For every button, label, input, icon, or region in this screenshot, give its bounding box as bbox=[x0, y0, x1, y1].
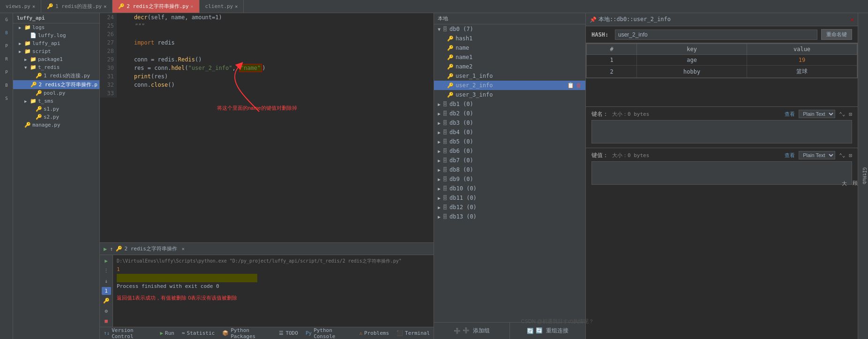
tree-item-package1[interactable]: ▶ 📁 package1 bbox=[13, 55, 99, 63]
redis-key-user2[interactable]: 🔑 user_2_info 📋 🗑 bbox=[434, 81, 585, 90]
run-redis-icon[interactable]: 🔑 bbox=[102, 297, 111, 305]
db-icon: 🗄 bbox=[442, 204, 448, 211]
tree-item-manage[interactable]: 🔑 manage.py bbox=[13, 121, 99, 129]
key-value-textarea[interactable] bbox=[591, 161, 852, 185]
tree-label: t_redis bbox=[38, 64, 60, 70]
tree-item-redis-connect[interactable]: 🔑 1 redis的连接.py bbox=[13, 71, 99, 80]
redis-key-user1[interactable]: 🔑 user_1_info bbox=[434, 71, 585, 81]
db-icon: 🗄 bbox=[442, 158, 448, 164]
bottom-python-packages[interactable]: 📦 Python Packages bbox=[222, 327, 271, 339]
key-name-textarea[interactable] bbox=[591, 120, 852, 143]
tree-item-script[interactable]: ▶ 📁 script bbox=[13, 47, 99, 55]
redis-db6[interactable]: ▶ 🗄 db6 (0) bbox=[434, 146, 585, 156]
redis-db4[interactable]: ▶ 🗄 db4 (0) bbox=[434, 128, 585, 137]
tree-item-luffy-api[interactable]: ▶ 📁 luffy_api bbox=[13, 39, 99, 47]
key-name-format-select[interactable]: Plain Text bbox=[799, 110, 835, 118]
table-row[interactable]: 2 hobby 篮球 bbox=[587, 66, 857, 78]
tree-item-t-sms[interactable]: ▶ 📁 t_sms bbox=[13, 97, 99, 105]
table-cell-num: 2 bbox=[587, 66, 637, 78]
table-row[interactable]: 1 age 19 bbox=[587, 55, 857, 66]
sidebar-db[interactable]: B bbox=[0, 26, 13, 39]
redis-key-name2[interactable]: 🔑 name2 bbox=[434, 62, 585, 71]
bottom-run[interactable]: ▶ Run bbox=[160, 330, 174, 336]
bottom-todo[interactable]: ☰ TODO bbox=[279, 330, 298, 336]
redis-db12[interactable]: ▶ 🗄 db12 (0) bbox=[434, 203, 585, 212]
db-icon: 🗄 bbox=[442, 101, 448, 107]
redis-db0[interactable]: ▼ 🗄 db0 (7) bbox=[434, 24, 585, 34]
redis-key-hash1[interactable]: 🔑 hash1 bbox=[434, 34, 585, 43]
key-name-view-btn[interactable]: 查看 bbox=[785, 111, 795, 118]
tab-redis-connect[interactable]: 🔑 1 redis的连接.py ✕ bbox=[41, 0, 112, 13]
redis-key-name[interactable]: 🔑 name bbox=[434, 43, 585, 53]
tab-redis-str[interactable]: 🔑 2 redis之字符串操作.py ✕ bbox=[112, 0, 199, 13]
right-sidebar-item-2[interactable]: 大 bbox=[839, 173, 848, 180]
run-close-btn[interactable]: ✕ bbox=[182, 246, 185, 251]
redis-key-user3[interactable]: 🔑 user_3_info bbox=[434, 90, 585, 99]
run-scroll-up-icon[interactable]: ↑ bbox=[110, 246, 113, 252]
tree-item-logs[interactable]: ▶ 📁 logs bbox=[13, 23, 99, 31]
redis-db8[interactable]: ▶ 🗄 db8 (0) bbox=[434, 165, 585, 174]
key-value-fullscreen-icon[interactable]: ⊡ bbox=[849, 152, 852, 158]
tree-item-pool[interactable]: 🔑 pool.py bbox=[13, 89, 99, 97]
key-value-view-btn[interactable]: 查看 bbox=[785, 152, 795, 159]
redis-db11[interactable]: ▶ 🗄 db11 (0) bbox=[434, 193, 585, 203]
tab-close-views[interactable]: ✕ bbox=[32, 4, 35, 9]
key-name-chevron-icon[interactable]: ⌃⌄ bbox=[839, 111, 845, 117]
redis-db7[interactable]: ▶ 🗄 db7 (0) bbox=[434, 156, 585, 165]
right-sidebar-github[interactable]: GItHub bbox=[861, 164, 868, 188]
detail-close-btn[interactable]: ✕ bbox=[850, 16, 854, 23]
sidebar-git[interactable]: G bbox=[0, 13, 13, 26]
redis-copy-icon[interactable]: 📋 bbox=[567, 82, 574, 89]
tab-close-client[interactable]: ✕ bbox=[235, 4, 238, 9]
tab-close-redis-str[interactable]: ✕ bbox=[191, 4, 194, 9]
redis-db13[interactable]: ▶ 🗄 db13 (0) bbox=[434, 212, 585, 221]
tree-item-s2[interactable]: 🔑 s2.py bbox=[13, 113, 99, 121]
redis-add-group-btn[interactable]: ➕ ➕ 添加组 bbox=[434, 323, 510, 339]
redis-db5[interactable]: ▶ 🗄 db5 (0) bbox=[434, 137, 585, 146]
sidebar-project[interactable]: P bbox=[0, 39, 13, 53]
redis-db2[interactable]: ▶ 🗄 db2 (0) bbox=[434, 109, 585, 118]
tab-close-redis[interactable]: ✕ bbox=[104, 4, 106, 9]
redis-db9[interactable]: ▶ 🗄 db9 (0) bbox=[434, 174, 585, 184]
bottom-todo-label: TODO bbox=[285, 330, 298, 336]
redis-key-name1[interactable]: 🔑 name1 bbox=[434, 53, 585, 62]
tab-client[interactable]: client.py ✕ bbox=[200, 0, 244, 13]
run-play-btn[interactable]: ▶ bbox=[102, 257, 111, 265]
key-value-chevron-icon[interactable]: ⌃⌄ bbox=[839, 152, 845, 158]
redis-db1[interactable]: ▶ 🗄 db1 (0) bbox=[434, 99, 585, 109]
bottom-terminal[interactable]: ⬛ Terminal bbox=[397, 330, 430, 336]
bottom-python-console[interactable]: Py Python Console bbox=[306, 327, 352, 339]
run-scroll-down-icon[interactable]: ↓ bbox=[102, 277, 111, 285]
bottom-statistic[interactable]: ≈ Statistic bbox=[182, 330, 215, 336]
redis-reconnect-btn[interactable]: 🔄 🔄 重组连接 bbox=[510, 323, 585, 339]
bottom-problems[interactable]: ⚠ Problems bbox=[359, 330, 389, 336]
chevron-right-icon: ▶ bbox=[438, 214, 441, 219]
redis-db3[interactable]: ▶ 🗄 db3 (0) bbox=[434, 118, 585, 128]
sidebar-structure[interactable]: S bbox=[0, 92, 13, 105]
key-value-format-select[interactable]: Plain Text bbox=[799, 151, 835, 159]
right-sidebar-item-1[interactable]: 顾 bbox=[850, 173, 859, 180]
redis-delete-icon[interactable]: 🗑 bbox=[576, 82, 582, 89]
run-number: 1 bbox=[117, 266, 120, 272]
redis-db10[interactable]: ▶ 🗄 db10 (0) bbox=[434, 184, 585, 193]
rename-key-button[interactable]: 重命名键 bbox=[821, 29, 852, 40]
run-stop-btn[interactable]: ■ bbox=[102, 317, 111, 325]
db-icon: 🗄 bbox=[442, 26, 448, 32]
run-tab-label[interactable]: 🔑 2 redis之字符串操作 bbox=[116, 245, 177, 252]
tab-views-py[interactable]: views.py ✕ bbox=[0, 0, 41, 13]
redis-tree[interactable]: ▼ 🗄 db0 (7) 🔑 hash1 🔑 name 🔑 name1 bbox=[434, 24, 585, 322]
tree-item-redis-str[interactable]: 🔑 2 redis之字符串操作.p bbox=[13, 80, 99, 89]
tree-item-luffy-log[interactable]: 📄 luffy.log bbox=[13, 31, 99, 39]
hash-name-input[interactable] bbox=[615, 30, 817, 40]
bottom-version-control[interactable]: ↑↓ Version Control bbox=[104, 327, 152, 339]
tree-item-s1[interactable]: 🔑 s1.py bbox=[13, 105, 99, 113]
sidebar-bookmarks[interactable]: B bbox=[0, 79, 13, 92]
run-play-icon[interactable]: ▶ bbox=[104, 246, 107, 252]
sidebar-run[interactable]: R bbox=[0, 53, 13, 66]
code-area[interactable]: 24 25 26 27 28 29 30 31 32 33 decr(self,… bbox=[100, 13, 434, 98]
sidebar-pull[interactable]: P bbox=[0, 66, 13, 79]
run-settings-icon[interactable]: ⚙ bbox=[102, 307, 111, 315]
tree-item-t-redis[interactable]: ▼ 📁 t_redis bbox=[13, 63, 99, 71]
run-options-btn[interactable]: ⋮ bbox=[102, 267, 111, 275]
key-name-fullscreen-icon[interactable]: ⊡ bbox=[849, 111, 852, 117]
